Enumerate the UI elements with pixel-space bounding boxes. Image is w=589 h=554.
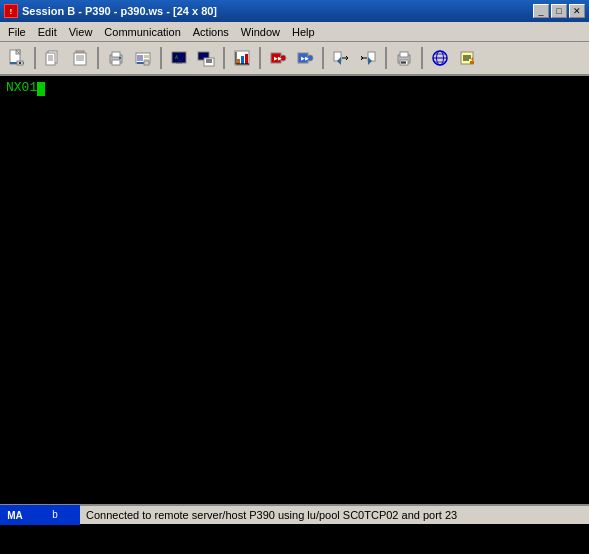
svg-rect-39 [245,54,248,64]
svg-text:▶▶: ▶▶ [301,55,309,61]
toolbar-btn-print3[interactable] [391,45,417,71]
toolbar-btn-chart[interactable] [229,45,255,71]
menu-edit[interactable]: Edit [32,23,63,41]
menu-actions[interactable]: Actions [187,23,235,41]
toolbar-group-1 [4,45,30,71]
svg-rect-37 [237,59,240,64]
toolbar-group-9 [427,45,480,71]
title-bar: ! Session B - P390 - p390.ws - [24 x 80]… [0,0,589,22]
menu-bar: File Edit View Communication Actions Win… [0,22,589,42]
toolbar-btn-new[interactable] [4,45,30,71]
status-message: Connected to remote server/host P390 usi… [80,509,589,521]
status-indicator: MA [0,505,30,525]
toolbar-sep-8 [421,47,423,69]
menu-file[interactable]: File [2,23,32,41]
terminal-text-content: NX01 [6,80,37,95]
svg-rect-20 [119,57,121,59]
menu-view[interactable]: View [63,23,99,41]
toolbar-group-5 [229,45,255,71]
toolbar-btn-copy[interactable] [40,45,66,71]
toolbar-btn-web[interactable] [427,45,453,71]
toolbar-btn-screen1[interactable]: A_ [166,45,192,71]
menu-communication[interactable]: Communication [98,23,186,41]
toolbar-group-8 [391,45,417,71]
toolbar-btn-edit[interactable] [454,45,480,71]
toolbar-group-3 [103,45,156,71]
svg-rect-18 [112,52,120,57]
toolbar-group-7 [328,45,381,71]
toolbar-btn-record[interactable]: ▶▶ [265,45,291,71]
toolbar-sep-7 [385,47,387,69]
toolbar-sep-1 [34,47,36,69]
toolbar-btn-play[interactable]: ▶▶ [292,45,318,71]
svg-rect-26 [144,61,149,65]
toolbar-sep-3 [160,47,162,69]
toolbar-group-6: ▶▶ ▶▶ [265,45,318,71]
svg-text:▶▶: ▶▶ [274,55,282,61]
menu-window[interactable]: Window [235,23,286,41]
svg-rect-13 [74,53,86,65]
svg-rect-59 [400,52,408,57]
toolbar: A_ [0,42,589,76]
toolbar-btn-printscreen[interactable] [130,45,156,71]
title-bar-buttons: _ □ ✕ [533,4,585,18]
toolbar-sep-4 [223,47,225,69]
svg-rect-23 [144,55,149,58]
toolbar-sep-6 [322,47,324,69]
toolbar-btn-print[interactable] [103,45,129,71]
menu-help[interactable]: Help [286,23,321,41]
minimize-button[interactable]: _ [533,4,549,18]
maximize-button[interactable]: □ [551,4,567,18]
svg-text:A_: A_ [175,54,182,61]
toolbar-btn-paste[interactable] [67,45,93,71]
terminal-content: NX01 [6,80,583,96]
status-bar: MA b Connected to remote server/host P39… [0,504,589,524]
toolbar-btn-screen2[interactable] [193,45,219,71]
title-bar-text: Session B - P390 - p390.ws - [24 x 80] [22,5,529,17]
toolbar-group-4: A_ [166,45,219,71]
terminal-cursor [37,82,45,96]
svg-rect-30 [176,63,182,64]
svg-rect-22 [137,55,143,61]
close-button[interactable]: ✕ [569,4,585,18]
svg-rect-38 [241,56,244,64]
svg-rect-73 [470,61,474,64]
toolbar-sep-2 [97,47,99,69]
toolbar-btn-receive[interactable] [355,45,381,71]
toolbar-group-2 [40,45,93,71]
status-field: b [30,505,80,525]
toolbar-btn-send[interactable] [328,45,354,71]
svg-rect-8 [46,53,55,65]
app-icon: ! [4,4,18,18]
svg-rect-19 [112,60,120,65]
toolbar-sep-5 [259,47,261,69]
terminal-area[interactable]: NX01 [0,76,589,504]
